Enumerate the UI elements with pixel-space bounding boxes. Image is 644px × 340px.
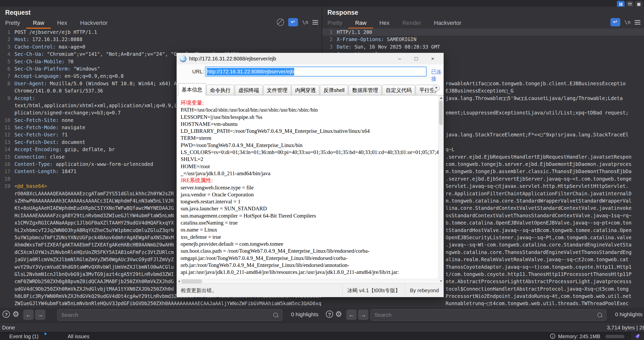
popup-tab-数据库管理[interactable]: 数据库管理 xyxy=(349,85,382,95)
response-bytes-label: 3,714 bytes | 28 xyxy=(607,324,644,331)
popup-window-buttons: – □ × xyxy=(391,53,441,64)
scrollbar-thumb[interactable] xyxy=(439,101,443,125)
request-editor-icons: ↵ \n xyxy=(277,18,318,26)
info-line: catalina.useNaming = true xyxy=(181,219,439,226)
url-selected-text: http://172.16.31.22:8088/ejbserver/ejb xyxy=(207,68,294,75)
info-line: sun.java.launcher = SUN_STANDARD xyxy=(181,205,439,212)
next-match-button[interactable]: → xyxy=(358,310,368,320)
info-line: HOSTNAME=vm-ubuntu xyxy=(181,121,439,128)
editor-menu-icon[interactable] xyxy=(635,20,640,25)
request-search-box xyxy=(57,309,282,321)
info-icon: i xyxy=(550,334,555,339)
tab-pretty[interactable]: Pretty xyxy=(327,19,342,27)
ai-sparkle-button[interactable] xyxy=(631,333,644,340)
popup-tab-文件管理[interactable]: 文件管理 xyxy=(263,85,291,95)
editor-row: 2X-Frame-Options: SAMEORIGIN xyxy=(322,36,644,43)
scroll-left-icon[interactable] xyxy=(178,280,180,283)
info-line: omgapi.jar:/root/TongWeb7.0.4.9_M4_Enter… xyxy=(181,255,439,262)
version-label: 冰蝎 v4.1【t00ls专版】 xyxy=(342,284,405,297)
info-line: HOME=/root xyxy=(181,163,439,170)
tab-hex[interactable]: Hex xyxy=(57,19,67,27)
scrollbar-thumb[interactable] xyxy=(181,280,202,283)
word-wrap-icon[interactable]: ↵ xyxy=(288,18,298,26)
close-button[interactable]: × xyxy=(424,56,441,62)
gear-icon[interactable]: ⚙ xyxy=(335,310,342,319)
info-line: LD_LIBRARY_PATH=:/root/TongWeb7.0.4.9_M4… xyxy=(181,128,439,135)
prev-match-button[interactable]: ← xyxy=(346,310,357,320)
word-wrap-icon[interactable]: ↵ xyxy=(610,18,620,26)
popup-horizontal-scrollbar[interactable] xyxy=(177,279,444,283)
popup-vertical-scrollbar[interactable] xyxy=(438,95,444,279)
info-line: _=/usr/java/jdk1.8.0_211-amd64/bin/java xyxy=(181,170,439,177)
popup-tab-虚拟终端[interactable]: 虚拟终端 xyxy=(235,85,263,95)
popup-title-bar[interactable]: http://172.16.31.22:8088/ejbserver/ejb –… xyxy=(177,53,444,64)
tab-render[interactable]: Render xyxy=(403,19,421,27)
tab-raw[interactable]: Raw xyxy=(355,19,366,27)
popup-tab-命令执行[interactable]: 命令执行 xyxy=(206,85,234,95)
search-input[interactable] xyxy=(371,312,597,318)
info-line: sun.management.compiler = HotSpot 64-Bit… xyxy=(181,212,439,219)
editor-row: 3Cache-Control: max-age=0 xyxy=(0,43,322,50)
search-input[interactable] xyxy=(58,312,273,318)
popup-tab-内网穿透[interactable]: 内网穿透 xyxy=(292,85,319,95)
behinder-popup-window: http://172.16.31.22:8088/ejbserver/ejb –… xyxy=(176,53,444,297)
info-line: SHLVL=2 xyxy=(181,156,439,163)
nonprintable-toggle-icon[interactable] xyxy=(277,19,284,26)
memory-usage-label: Memory: 245.1MB xyxy=(558,334,600,339)
info-line: os.name = Linux xyxy=(181,226,439,233)
memory-progress-pill xyxy=(605,335,624,338)
tab-raw[interactable]: Raw xyxy=(33,19,44,27)
popup-tab-strip: 基本信息命令执行虚拟终端文件管理内网穿透反弹shell数据库管理自定义代码平行空… xyxy=(177,80,437,95)
event-log-button[interactable]: Event log (1) xyxy=(9,334,38,339)
info-line: TERM=xterm xyxy=(181,135,439,142)
info-line: orb.jar:/root/TongWeb7.0.4.9_M4_Enterpri… xyxy=(181,262,439,269)
editor-row: 3Date: Sun, 16 Nov 2025 08:28:33 GMT xyxy=(322,43,644,50)
author-label: By rebeyond xyxy=(405,284,444,297)
all-issues-button[interactable]: All issues xyxy=(68,334,89,339)
pause-icon xyxy=(619,3,621,6)
highlights-count: 0 highlights xyxy=(291,311,318,318)
update-check-message: 检查更新出错。 xyxy=(181,287,342,294)
popup-url-row: URL: http://172.16.31.22:8088/ejbserver/… xyxy=(177,64,444,80)
highlights-count: 0 highlights xyxy=(615,311,642,318)
newline-icon[interactable]: \n xyxy=(302,19,308,25)
popup-tab-自定义代码[interactable]: 自定义代码 xyxy=(382,85,415,95)
popup-tab-反弹shell[interactable]: 反弹shell xyxy=(320,85,348,95)
response-tabs: PrettyRawHexRenderHackvertor xyxy=(327,19,474,27)
editor-menu-icon[interactable] xyxy=(312,20,318,25)
gear-icon[interactable]: ⚙ xyxy=(12,310,19,319)
tab-pretty[interactable]: Pretty xyxy=(5,19,20,27)
done-status: Done xyxy=(2,324,15,331)
editor-row: ZWIueGJlYW4ubmFtaW5nLmNvbnRleHQuV3JpdGFi… xyxy=(0,300,322,307)
newline-icon[interactable]: \n xyxy=(624,19,631,25)
info-line: sun.boot.class.path = /root/TongWeb7.0.4… xyxy=(181,248,439,254)
search-icon xyxy=(273,313,278,317)
minimize-button[interactable]: – xyxy=(391,56,408,62)
popup-content-area[interactable]: 环境变量:PATH=/usr/local/sbin:/usr/local/bin… xyxy=(177,95,439,279)
stop-square-icon xyxy=(637,3,640,6)
tab-overflow-dropdown[interactable]: ▼ xyxy=(433,84,440,92)
info-line: api.jar:/usr/java/jdk1.8.0_211-amd64/jre… xyxy=(181,269,439,276)
tab-hackvertor[interactable]: Hackvertor xyxy=(434,19,461,27)
scroll-down-icon[interactable] xyxy=(440,280,442,282)
section-heading: 环境变量: xyxy=(181,99,439,106)
help-icon[interactable]: ? xyxy=(3,311,10,318)
info-line: LESSOPEN=||/usr/bin/lesspipe.sh %s xyxy=(181,114,439,121)
info-line: java.vendor = Oracle Corporation xyxy=(181,191,439,198)
info-line: openejb.provider.default = com.tongweb.t… xyxy=(181,241,439,248)
url-label: URL: xyxy=(192,69,204,75)
popup-title: http://172.16.31.22:8088/ejbserver/ejb xyxy=(189,56,276,62)
tab-hex[interactable]: Hex xyxy=(379,19,389,27)
search-toolbar: ? ⚙ ← → 0 highlights ? ⚙ ← → 0 highlight… xyxy=(0,307,644,322)
popup-tab-基本信息[interactable]: 基本信息 xyxy=(178,83,206,95)
url-input[interactable]: http://172.16.31.22:8088/ejbserver/ejb xyxy=(205,67,426,76)
tab-hackvertor[interactable]: Hackvertor xyxy=(80,19,108,27)
request-panel-title: Request xyxy=(5,9,31,16)
search-icon xyxy=(597,313,602,317)
scroll-up-icon[interactable] xyxy=(440,97,443,99)
maximize-button[interactable]: □ xyxy=(408,56,424,62)
next-match-button[interactable]: → xyxy=(35,310,45,320)
prev-match-button[interactable]: ← xyxy=(23,310,34,320)
help-icon[interactable]: ? xyxy=(326,311,333,318)
list-icon xyxy=(628,3,632,6)
